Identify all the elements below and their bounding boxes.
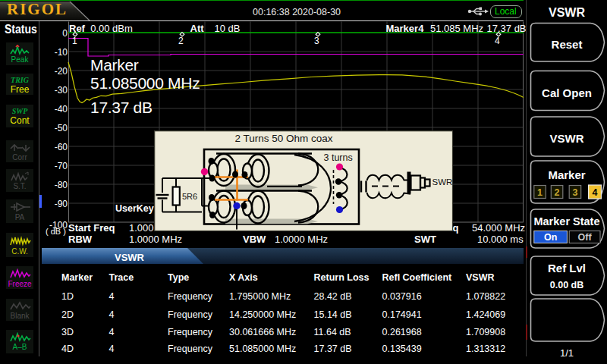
svg-text:3 turns: 3 turns [324,152,353,163]
svg-text:2 Turns 50 Ohm coax: 2 Turns 50 Ohm coax [234,133,332,144]
svg-text:5R6: 5R6 [182,192,197,201]
svg-text:SWR: SWR [432,177,453,187]
